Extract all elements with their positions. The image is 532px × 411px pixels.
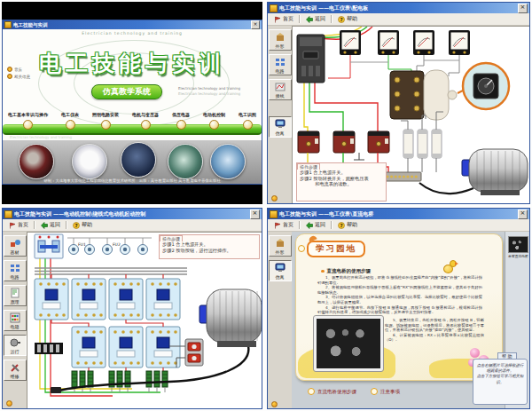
bridge-thumbnail[interactable]: [508, 236, 528, 253]
help-button[interactable]: ? 帮助: [334, 220, 361, 230]
credit-line: 研制：大连海事大学信息工程学院信息教育技术研究所 出版：高等教育出版社 高等教育…: [3, 178, 262, 183]
back-arrow-icon: [41, 222, 48, 229]
menu-dot-icon[interactable]: [23, 120, 33, 130]
toolbar-separator: [299, 15, 301, 23]
help-button[interactable]: ? 帮助: [69, 220, 96, 230]
help-button[interactable]: ? 帮助: [334, 14, 361, 24]
fuse-label-fu2: FU2: [113, 242, 121, 247]
panel-lights-icon: [9, 312, 21, 323]
sidebar-item-circuit[interactable]: 电路: [4, 260, 27, 281]
pushbutton-station[interactable]: [185, 339, 203, 366]
home-button[interactable]: 首页: [270, 220, 297, 230]
sidebar-item-circuit[interactable]: 电路: [269, 54, 292, 75]
sidebar-item-principle[interactable]: 原理: [4, 285, 27, 306]
help-icon: ?: [338, 16, 345, 23]
current-transformers[interactable]: [298, 131, 389, 153]
box-icon: [274, 32, 286, 43]
home-flag-icon: [274, 16, 281, 23]
english-caption: Electrician technology and training: [3, 31, 262, 36]
close-icon[interactable]: ×: [250, 209, 260, 219]
menu-dot-icon[interactable]: [141, 120, 151, 130]
back-button[interactable]: 返回: [302, 14, 329, 24]
menu-dot-icon[interactable]: [66, 120, 75, 130]
svg-text:?: ?: [74, 223, 77, 228]
title-bar[interactable]: 电工技能与实训 ——电工仪表\直流电桥 ×: [268, 209, 529, 219]
menu-dot-icon[interactable]: [209, 120, 219, 130]
terminal-block[interactable]: [35, 343, 63, 354]
circuit-icon: [9, 263, 21, 273]
music-icon[interactable]: [6, 400, 12, 407]
sidebar-item-maintenance[interactable]: 维修: [4, 360, 27, 381]
home-button[interactable]: 首页: [5, 220, 32, 230]
motor[interactable]: [200, 289, 262, 347]
meter-sim-window: 电工技能与实训 ——电工仪表\配电板 × 首页 返回 ? 帮助: [267, 2, 530, 204]
window: 电工技能与实训 ——电工仪表\直流电桥 × 首页 返回 ? 帮助: [267, 208, 530, 409]
circuit-breaker[interactable]: [35, 234, 63, 258]
toolbar-separator: [66, 221, 67, 229]
panel-meters[interactable]: [340, 30, 470, 55]
back-arrow-icon: [306, 16, 313, 23]
info-link[interactable]: 相关信息: [7, 74, 30, 79]
menu-dot-icon[interactable]: [101, 120, 111, 130]
home-button[interactable]: 首页: [270, 14, 297, 24]
sim-canvas: FU1 FU2: [27, 232, 262, 409]
sidebar-item-equipment[interactable]: 器材: [4, 235, 27, 257]
sim-canvas: 操作步骤 步骤1 合上电源开关。 步骤2 按动转换开关，观察电压表 和电流表的读…: [292, 26, 530, 204]
fuse-label-fu1: FU1: [78, 242, 86, 247]
menu-dot-icon[interactable]: [243, 120, 253, 130]
toolbar: 首页 返回 ? 帮助: [268, 13, 529, 26]
app-icon: [4, 210, 12, 218]
fuse-links[interactable]: [403, 130, 442, 158]
sidebar-item-run[interactable]: 运行: [4, 335, 27, 356]
box-icon: [274, 238, 286, 249]
rotary-cam-switch[interactable]: [390, 70, 457, 120]
title-bar[interactable]: 电工技能与实训 ——电工仪表\配电板 ×: [268, 3, 529, 13]
bullet-icon: [321, 270, 325, 273]
help-note: 点击右侧图片可选择欲进行细观察的器件。 点击下方按钮可学习相关知识。: [473, 359, 528, 405]
toolbar-separator: [331, 15, 332, 23]
ring-icon: [308, 388, 315, 395]
music-icon[interactable]: [271, 195, 278, 202]
cautions-button[interactable]: 注意事项: [371, 388, 400, 395]
photo-band: 研制：大连海事大学信息工程学院信息教育技术研究所 出版：高等教育出版社 高等教育…: [3, 140, 262, 184]
sidebar-item-panel[interactable]: 电箱: [4, 310, 27, 331]
study-steps-block-a: 1、测量前先打开检流计锁扣，即将 G 接线柱处的金属插片由“内接”旋到“外接”，…: [317, 275, 482, 315]
photo-component: [121, 142, 156, 178]
help-icon: ?: [73, 222, 80, 229]
menu-dot-icon[interactable]: [176, 120, 186, 130]
bridge-photo: [314, 316, 383, 371]
title-bar[interactable]: 电工技能与实训 ——电动机控制\绕线式电动机起动控制 ×: [3, 209, 262, 219]
title-bar[interactable]: 电工技能与实训 ×: [3, 20, 262, 29]
close-icon[interactable]: ×: [251, 20, 260, 29]
sidebar-item-simulation[interactable]: 仿真: [269, 260, 292, 281]
back-button[interactable]: 返回: [302, 220, 329, 230]
schematic-page-icon: [9, 288, 21, 298]
sidebar-item-appearance[interactable]: 外形: [269, 29, 292, 51]
close-icon[interactable]: ×: [518, 209, 528, 219]
section-heading: 学习园地: [307, 241, 365, 257]
window-title: 电工技能与实训: [13, 22, 249, 28]
circuit-breaker[interactable]: [297, 35, 325, 83]
back-button[interactable]: 返回: [37, 220, 64, 230]
terminal-strip[interactable]: [384, 172, 421, 181]
usage-steps-button[interactable]: 直流电桥使用步骤: [308, 388, 356, 395]
ring-icon: [371, 388, 378, 395]
operation-steps-panel: 操作步骤 步骤1 合上电源开关。 步骤2 按动转换开关，观察电压表 和电流表的读…: [296, 162, 387, 202]
circuit-icon: [274, 57, 286, 67]
study-main: 单臂直流电桥 学习园地 直流电桥的使用步骤 1、测: [292, 232, 530, 409]
sidebar-item-wiring[interactable]: 接线: [269, 79, 292, 100]
close-icon[interactable]: ×: [518, 4, 528, 13]
sidebar-item-appearance[interactable]: 外形: [269, 235, 292, 257]
music-toggle[interactable]: 音乐: [7, 67, 30, 72]
svg-text:?: ?: [340, 223, 342, 228]
flower-icon: [470, 348, 480, 358]
window-title: 电工技能与实训 ——电动机控制\绕线式电动机起动控制: [14, 210, 248, 218]
steps-tab: 操作步骤: [160, 235, 183, 241]
splash-content: Electrician technology and training 电工技能…: [3, 29, 262, 184]
sidebar: 外形 电路 接线 仿真: [268, 26, 293, 204]
duck-icon: [455, 262, 458, 265]
tools-icon: [9, 362, 21, 373]
music-icon[interactable]: [271, 401, 278, 407]
sidebar-item-simulation[interactable]: 仿真: [269, 116, 292, 138]
splash-screen: 电工技能与实训 × Electrician technology and tra…: [2, 2, 262, 204]
